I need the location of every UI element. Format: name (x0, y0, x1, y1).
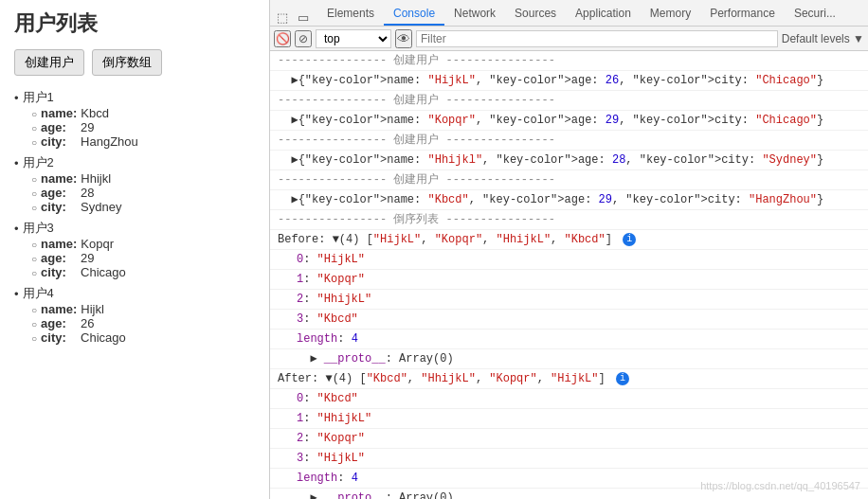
user-prop-age-3: age:29 (31, 251, 255, 265)
user-prop-age-4: age:26 (31, 316, 255, 330)
expand-array[interactable]: ▼ (325, 372, 332, 385)
console-divider: ---------------- 创建用户 ---------------- (270, 91, 868, 111)
user-label-3: 用户3 (14, 220, 255, 237)
user-label-1: 用户1 (14, 89, 255, 106)
tab-elements[interactable]: Elements (317, 3, 384, 26)
user-prop-city-1: city:HangZhou (31, 134, 255, 149)
console-divider: ---------------- 创建用户 ---------------- (270, 170, 868, 190)
array-item: 3: "HijkL" (270, 449, 868, 469)
user-prop-city-2: city:Sydney (31, 200, 255, 214)
devtools-panel: ⬚ ▭ ElementsConsoleNetworkSourcesApplica… (270, 0, 868, 499)
user-prop-age-2: age:28 (31, 186, 255, 200)
array-item: 1: "HhijkL" (270, 409, 868, 429)
array-header: Before: ▼(4) ["HijkL", "Kopqr", "HhijkL"… (270, 230, 868, 250)
console-array-block: Before: ▼(4) ["HijkL", "Kopqr", "HhijkL"… (270, 230, 868, 369)
console-obj-line: ▶{"key-color">name: "Kopqr", "key-color"… (270, 111, 868, 131)
expand-arrow[interactable]: ▶ (291, 153, 298, 167)
left-panel: 用户列表 创建用户 倒序数组 用户1 name:Kbcd age:29 city… (0, 0, 270, 499)
tab-sources[interactable]: Sources (505, 3, 566, 26)
user-prop-city-3: city:Chicago (31, 265, 255, 279)
before-label: After: (278, 372, 318, 385)
user-item-4: 用户4 name:Hijkl age:26 city:Chicago (14, 285, 255, 345)
user-prop-name-1: name:Kbcd (31, 106, 255, 120)
user-label-4: 用户4 (14, 285, 255, 302)
page-title: 用户列表 (14, 9, 255, 38)
array-item: 2: "HhijkL" (270, 290, 868, 310)
proto-expand[interactable]: ▶ (310, 352, 316, 365)
array-item: 2: "Kopqr" (270, 429, 868, 449)
tab-console[interactable]: Console (384, 3, 444, 26)
info-icon[interactable]: i (623, 233, 636, 246)
expand-arrow[interactable]: ▶ (291, 193, 298, 206)
devtools-tabs: ⬚ ▭ ElementsConsoleNetworkSourcesApplica… (270, 0, 868, 27)
console-divider: ---------------- 倒序列表 ---------------- (270, 210, 868, 230)
user-list: 用户1 name:Kbcd age:29 city:HangZhou 用户2 n… (14, 89, 255, 345)
inspect-icon[interactable]: ⬚ (274, 9, 291, 26)
array-header: After: ▼(4) ["Kbcd", "HhijkL", "Kopqr", … (270, 369, 868, 389)
console-obj-line: ▶{"key-color">name: "Kbcd", "key-color">… (270, 190, 868, 210)
array-item: 1: "Kopqr" (270, 270, 868, 290)
tab-securi[interactable]: Securi... (785, 3, 845, 26)
eye-icon[interactable]: 👁 (395, 29, 412, 48)
user-prop-name-4: name:Hijkl (31, 302, 255, 316)
expand-arrow[interactable]: ▶ (291, 114, 298, 127)
default-levels-dropdown[interactable]: Default levels ▼ (782, 32, 864, 45)
tab-application[interactable]: Application (566, 3, 641, 26)
array-length: length: 4 (270, 330, 868, 349)
expand-array[interactable]: ▼ (333, 233, 339, 246)
array-proto: ▶ __proto__: Array(0) (270, 349, 868, 369)
user-prop-city-4: city:Chicago (31, 330, 255, 345)
tab-network[interactable]: Network (444, 3, 505, 26)
button-row: 创建用户 倒序数组 (14, 49, 255, 76)
create-user-button[interactable]: 创建用户 (14, 49, 84, 76)
array-item: 0: "Kbcd" (270, 389, 868, 409)
console-obj-line: ▶{"key-color">name: "Hhijkl", "key-color… (270, 151, 868, 170)
console-divider: ---------------- 创建用户 ---------------- (270, 51, 868, 71)
console-toolbar: 🚫 ⊘ top 👁 Default levels ▼ (270, 27, 868, 51)
user-label-2: 用户2 (14, 154, 255, 171)
before-label: Before: (278, 233, 325, 246)
filter-icon[interactable]: ⊘ (295, 30, 312, 47)
array-item: 0: "HijkL" (270, 250, 868, 270)
array-item: 3: "Kbcd" (270, 310, 868, 330)
user-prop-age-1: age:29 (31, 120, 255, 134)
console-divider: ---------------- 创建用户 ---------------- (270, 131, 868, 151)
console-obj-line: ▶{"key-color">name: "HijkL", "key-color"… (270, 71, 868, 91)
user-item-1: 用户1 name:Kbcd age:29 city:HangZhou (14, 89, 255, 149)
tab-performance[interactable]: Performance (700, 3, 785, 26)
user-item-2: 用户2 name:Hhijkl age:28 city:Sydney (14, 154, 255, 214)
device-icon[interactable]: ▭ (295, 9, 312, 26)
tab-icon-group: ⬚ ▭ (274, 9, 312, 26)
clear-console-icon[interactable]: 🚫 (274, 30, 291, 47)
user-prop-name-2: name:Hhijkl (31, 171, 255, 186)
reverse-array-button[interactable]: 倒序数组 (92, 49, 162, 76)
filter-input[interactable] (416, 30, 778, 47)
proto-expand[interactable]: ▶ (310, 491, 316, 499)
console-output: ---------------- 创建用户 ---------------- ▶… (270, 51, 868, 499)
info-icon[interactable]: i (616, 372, 629, 385)
user-item-3: 用户3 name:Kopqr age:29 city:Chicago (14, 220, 255, 279)
tab-memory[interactable]: Memory (641, 3, 700, 26)
context-select[interactable]: top (316, 29, 391, 48)
user-prop-name-3: name:Kopqr (31, 237, 255, 251)
expand-arrow[interactable]: ▶ (291, 74, 298, 87)
watermark: https://blog.csdn.net/qq_40196547 (700, 480, 860, 491)
